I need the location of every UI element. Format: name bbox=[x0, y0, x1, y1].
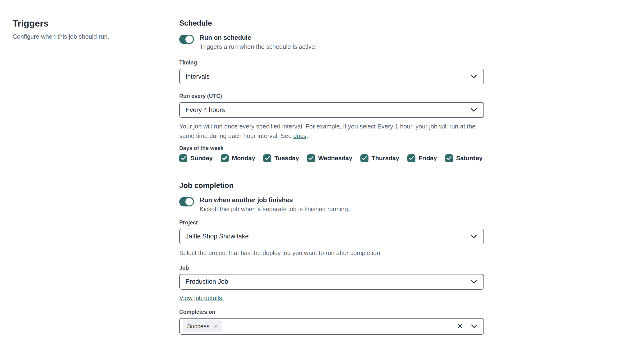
job-selected-value: Production Job bbox=[186, 278, 228, 285]
check-icon bbox=[446, 156, 452, 160]
day-item-tuesday[interactable]: Tuesday bbox=[263, 154, 299, 162]
checkbox-monday[interactable] bbox=[221, 154, 229, 162]
checkbox-sunday[interactable] bbox=[179, 154, 187, 162]
settings-form: Schedule Run on schedule Triggers a run … bbox=[179, 19, 484, 335]
project-label: Project bbox=[179, 220, 484, 226]
clear-selection-icon[interactable]: ✕ bbox=[457, 323, 462, 330]
help-text-prefix: Your job will run once every specified i… bbox=[179, 123, 476, 139]
day-label: Saturday bbox=[456, 155, 482, 162]
project-field: Project Jaffle Shop Snowflake Select the… bbox=[179, 220, 484, 258]
day-label: Tuesday bbox=[274, 155, 299, 162]
checkbox-thursday[interactable] bbox=[360, 154, 368, 162]
day-item-friday[interactable]: Friday bbox=[407, 154, 437, 162]
timing-select[interactable]: Intervals bbox=[179, 69, 484, 84]
page-title: Triggers bbox=[12, 18, 160, 29]
run-on-schedule-label: Run on schedule bbox=[200, 34, 316, 41]
chip-remove-icon[interactable]: ✕ bbox=[214, 324, 218, 329]
check-icon bbox=[409, 156, 414, 160]
run-every-help-text: Your job will run once every specified i… bbox=[179, 122, 484, 141]
day-label: Thursday bbox=[372, 155, 399, 162]
check-icon bbox=[362, 156, 367, 160]
chevron-down-icon bbox=[471, 235, 477, 238]
timing-label: Timing bbox=[179, 59, 484, 66]
chip-label: Success bbox=[187, 323, 209, 330]
days-of-week-field: Days of the week Sunday Monday bbox=[179, 145, 484, 162]
run-every-field: Run every (UTC) Every 4 hours Your job w… bbox=[179, 93, 484, 141]
checkbox-tuesday[interactable] bbox=[263, 154, 271, 162]
toggle-knob bbox=[186, 35, 193, 43]
page-description: Configure when this job should run. bbox=[12, 33, 160, 40]
run-on-schedule-row: Run on schedule Triggers a run when the … bbox=[179, 34, 484, 50]
day-item-saturday[interactable]: Saturday bbox=[445, 154, 482, 162]
checkbox-wednesday[interactable] bbox=[307, 154, 315, 162]
job-field: Job Production Job View job details. bbox=[179, 265, 484, 302]
run-every-selected-value: Every 4 hours bbox=[186, 106, 225, 114]
days-of-week-label: Days of the week bbox=[179, 145, 484, 151]
run-when-job-finishes-label: Run when another job finishes bbox=[200, 197, 350, 204]
completes-on-chip-success[interactable]: Success ✕ bbox=[183, 320, 222, 332]
day-label: Wednesday bbox=[318, 155, 352, 162]
day-item-thursday[interactable]: Thursday bbox=[360, 154, 399, 162]
days-of-week-row: Sunday Monday Tuesday bbox=[179, 154, 484, 162]
check-icon bbox=[222, 156, 227, 160]
docs-link[interactable]: docs bbox=[293, 132, 306, 139]
day-item-monday[interactable]: Monday bbox=[221, 154, 255, 162]
chevron-down-icon bbox=[471, 108, 477, 112]
day-item-sunday[interactable]: Sunday bbox=[179, 154, 213, 162]
checkbox-friday[interactable] bbox=[407, 154, 416, 162]
triggers-settings-page: Triggers Configure when this job should … bbox=[0, 0, 644, 347]
help-text-suffix: . bbox=[306, 132, 308, 139]
day-item-wednesday[interactable]: Wednesday bbox=[307, 154, 352, 162]
run-every-select[interactable]: Every 4 hours bbox=[179, 102, 484, 118]
run-on-schedule-description: Triggers a run when the schedule is acti… bbox=[200, 43, 316, 50]
run-when-job-finishes-toggle[interactable] bbox=[179, 197, 194, 206]
project-select[interactable]: Jaffle Shop Snowflake bbox=[179, 229, 484, 244]
project-selected-value: Jaffle Shop Snowflake bbox=[186, 233, 249, 240]
chevron-down-icon[interactable] bbox=[471, 325, 477, 328]
chevron-down-icon bbox=[471, 75, 477, 78]
check-icon bbox=[308, 156, 314, 160]
completes-on-label: Completes on bbox=[179, 309, 484, 315]
view-job-details-link[interactable]: View job details. bbox=[179, 294, 224, 302]
completes-on-field: Completes on Success ✕ ✕ bbox=[179, 309, 484, 335]
checkbox-saturday[interactable] bbox=[445, 154, 453, 162]
job-select[interactable]: Production Job bbox=[179, 274, 484, 290]
schedule-section: Schedule Run on schedule Triggers a run … bbox=[179, 19, 484, 162]
run-when-job-finishes-row: Run when another job finishes Kickoff th… bbox=[179, 197, 484, 213]
job-completion-heading: Job completion bbox=[179, 181, 484, 190]
toggle-knob bbox=[186, 198, 193, 206]
run-every-label: Run every (UTC) bbox=[179, 93, 484, 99]
job-label: Job bbox=[179, 265, 484, 271]
schedule-heading: Schedule bbox=[179, 19, 484, 27]
day-label: Monday bbox=[232, 155, 255, 162]
timing-selected-value: Intervals bbox=[186, 73, 210, 80]
completes-on-multiselect[interactable]: Success ✕ ✕ bbox=[179, 318, 484, 335]
run-on-schedule-toggle[interactable] bbox=[179, 35, 194, 44]
check-icon bbox=[181, 156, 186, 160]
job-completion-section: Job completion Run when another job fini… bbox=[179, 181, 484, 335]
chevron-down-icon bbox=[471, 280, 477, 284]
check-icon bbox=[265, 156, 270, 160]
section-intro: Triggers Configure when this job should … bbox=[12, 18, 160, 40]
run-when-job-finishes-description: Kickoff this job when a separate job is … bbox=[200, 206, 350, 213]
day-label: Friday bbox=[418, 155, 437, 162]
timing-field: Timing Intervals bbox=[179, 59, 484, 84]
project-help-text: Select the project that has the deploy j… bbox=[179, 248, 484, 258]
day-label: Sunday bbox=[190, 155, 213, 162]
